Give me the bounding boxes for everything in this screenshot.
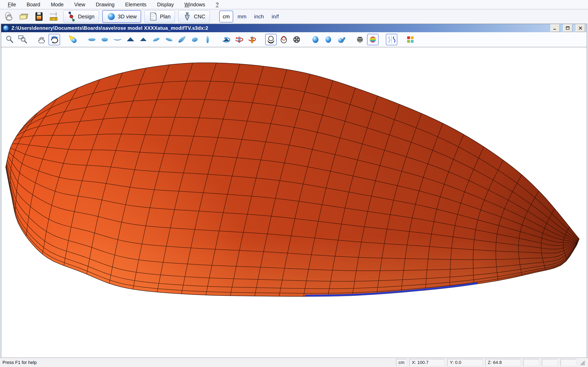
resize-grip[interactable] [579,359,586,366]
window-title-bar[interactable]: Z:\Users\dennery\Documents\Boards\save\r… [1,24,587,32]
status-help-text: Press F1 for help [2,360,37,365]
menu-display[interactable]: Display [152,2,179,8]
svg-text:1: 1 [52,18,52,20]
view-vertical-icon[interactable] [202,34,213,45]
design-nodes-icon [68,11,76,22]
display-shaded-icon[interactable] [323,34,334,45]
main-toolbar: 10 Design 3D view Plan CNC cm mm inch in… [0,9,588,24]
menu-help[interactable]: ? [210,2,224,8]
pan-icon[interactable] [36,34,47,45]
plan-button-label: Plan [160,13,171,20]
design-button-label: Design [78,13,95,20]
status-extra-3 [561,359,577,366]
unit-inf[interactable]: in/f [268,11,282,22]
svg-text:0: 0 [55,18,56,20]
view-toolbar [1,32,587,47]
save-icon[interactable] [33,11,45,22]
units-group: cm mm inch in/f [219,11,282,22]
status-extra-2 [542,359,558,366]
zoom-icon[interactable] [4,34,16,45]
view-bottom-icon[interactable] [99,34,111,45]
view-perspective-2-icon[interactable] [163,34,175,45]
menu-file[interactable]: File [2,2,21,8]
unit-inch[interactable]: inch [251,11,268,22]
open-icon[interactable] [18,11,30,22]
shape3d-app: File Board Mode View Drawing Elements Di… [0,0,588,367]
view3d-button[interactable]: 3D view [102,10,141,23]
zoom-window-icon[interactable] [17,34,28,45]
view-perspective-3-icon[interactable] [176,34,188,45]
display-stripes-icon[interactable] [354,34,366,45]
menu-windows[interactable]: Windows [179,2,210,8]
status-z: Z: 64.8 [485,359,521,366]
display-mesh-icon[interactable] [291,34,302,45]
view-perspective-4-icon[interactable] [189,34,200,45]
design-button[interactable]: Design [63,10,99,23]
cnc-bit-icon [183,12,192,21]
rotate-pitch-icon[interactable] [246,34,258,45]
view-side-icon[interactable] [112,34,123,45]
sphere-icon [107,12,116,21]
rotate-3d-icon[interactable] [49,34,60,45]
viewport-3d[interactable] [1,47,587,358]
view3d-button-label: 3D view [118,13,137,20]
display-solid-icon[interactable] [310,34,321,45]
cnc-button-label: CNC [194,13,205,20]
plan-button[interactable]: Plan [144,10,175,23]
menu-bar: File Board Mode View Drawing Elements Di… [0,0,588,9]
board-render [1,47,587,358]
menu-view[interactable]: View [69,2,91,8]
view-perspective-1-icon[interactable] [150,34,162,45]
status-y: Y: 0.0 [447,359,483,366]
status-x: X: 100.7 [409,359,445,366]
unit-cm[interactable]: cm [219,11,233,22]
menu-elements[interactable]: Elements [120,2,152,8]
window-title: Z:\Users\dennery\Documents\Boards\save\r… [11,25,547,31]
flow-lines-icon[interactable] [386,34,397,45]
menu-drawing[interactable]: Drawing [90,2,120,8]
display-paint-icon[interactable] [336,34,347,45]
unit-mm[interactable]: mm [234,11,250,22]
status-unit: cm [396,359,407,366]
cnc-button[interactable]: CNC [178,10,210,23]
plan-sheet-icon [149,12,158,21]
view-top-icon[interactable] [86,34,98,45]
rotate-horizontal-icon[interactable] [221,34,232,45]
dimensions-icon[interactable]: 10 [48,11,60,22]
menu-board[interactable]: Board [21,2,45,8]
light-icon[interactable] [67,34,79,45]
maximize-button[interactable] [563,24,572,32]
display-wireframe-red-icon[interactable] [278,34,290,45]
new-board-icon[interactable] [3,11,15,22]
minimize-button[interactable] [550,24,560,32]
app-sphere-icon [3,25,9,31]
display-curvature-icon[interactable] [367,34,379,45]
display-wireframe-icon[interactable] [265,34,277,45]
status-extra-1 [523,359,539,366]
document-window: Z:\Users\dennery\Documents\Boards\save\r… [1,24,587,358]
rotate-yaw-icon[interactable] [233,34,245,45]
status-bar: Press F1 for help cm X: 100.7 Y: 0.0 Z: … [0,358,588,367]
palette-icon[interactable] [405,34,416,45]
view-back-icon[interactable] [138,34,149,45]
view-front-icon[interactable] [125,34,136,45]
close-button[interactable] [576,24,585,32]
menu-mode[interactable]: Mode [45,2,69,8]
